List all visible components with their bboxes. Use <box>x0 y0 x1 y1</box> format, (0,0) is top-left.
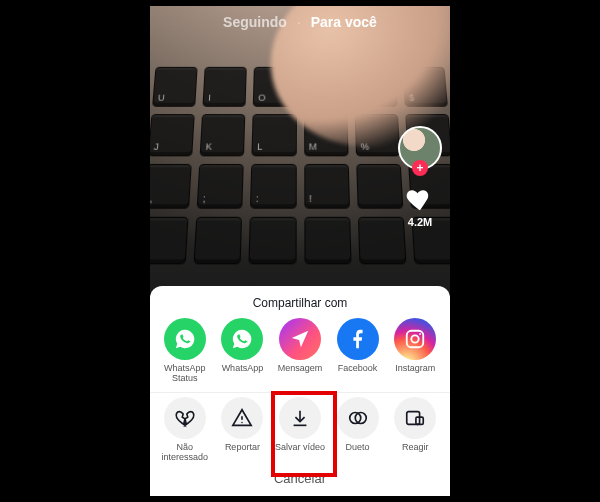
action-report[interactable]: Reportar <box>215 397 269 463</box>
broken-heart-icon <box>164 397 206 439</box>
svg-point-4 <box>242 422 243 423</box>
follow-plus-icon[interactable]: + <box>412 160 428 176</box>
facebook-icon <box>337 318 379 360</box>
action-label: Dueto <box>346 443 370 463</box>
instagram-icon <box>394 318 436 360</box>
messenger-icon <box>279 318 321 360</box>
phone-frame: UIOP^$ JKLM%* ,;:! Seguindo · Para você … <box>150 6 450 496</box>
duet-icon <box>337 397 379 439</box>
share-label: Mensagem <box>278 364 323 384</box>
svg-rect-0 <box>407 331 424 348</box>
action-save-video[interactable]: Salvar vídeo <box>273 397 327 463</box>
action-react[interactable]: Reagir <box>388 397 442 463</box>
action-not-interested[interactable]: Não interessado <box>158 397 212 463</box>
heart-icon <box>405 184 435 214</box>
feed-tabs: Seguindo · Para você <box>150 14 450 30</box>
share-instagram[interactable]: Instagram <box>388 318 442 384</box>
tab-separator: · <box>297 14 301 30</box>
right-action-rail: + 4.2M <box>398 126 442 228</box>
share-label: WhatsApp Status <box>158 364 212 384</box>
cancel-button[interactable]: Cancelar <box>150 463 450 490</box>
creator-avatar[interactable]: + <box>398 126 442 170</box>
svg-rect-9 <box>407 412 420 425</box>
like-count: 4.2M <box>408 216 432 228</box>
share-targets-row: WhatsApp Status WhatsApp Mensagem <box>150 318 450 384</box>
action-label: Não interessado <box>158 443 212 463</box>
warning-icon <box>221 397 263 439</box>
whatsapp-icon <box>164 318 206 360</box>
tab-following[interactable]: Seguindo <box>223 14 287 30</box>
download-icon <box>279 397 321 439</box>
share-sheet: Compartilhar com WhatsApp Status WhatsAp… <box>150 286 450 496</box>
whatsapp-icon <box>221 318 263 360</box>
react-icon <box>394 397 436 439</box>
svg-point-2 <box>419 333 421 335</box>
share-label: WhatsApp <box>222 364 264 384</box>
action-label: Salvar vídeo <box>275 443 325 463</box>
share-label: Facebook <box>338 364 378 384</box>
share-facebook[interactable]: Facebook <box>331 318 385 384</box>
share-label: Instagram <box>395 364 435 384</box>
actions-row: Não interessado Reportar Salvar vídeo <box>150 397 450 463</box>
like-control[interactable]: 4.2M <box>405 184 435 228</box>
share-messenger[interactable]: Mensagem <box>273 318 327 384</box>
sheet-divider <box>150 392 450 393</box>
svg-point-1 <box>412 335 419 342</box>
action-label: Reportar <box>225 443 260 463</box>
tab-for-you[interactable]: Para você <box>311 14 377 30</box>
action-label: Reagir <box>402 443 429 463</box>
action-duet[interactable]: Dueto <box>331 397 385 463</box>
share-whatsapp[interactable]: WhatsApp <box>215 318 269 384</box>
share-sheet-title: Compartilhar com <box>150 296 450 310</box>
stage: UIOP^$ JKLM%* ,;:! Seguindo · Para você … <box>0 0 600 502</box>
share-whatsapp-status[interactable]: WhatsApp Status <box>158 318 212 384</box>
